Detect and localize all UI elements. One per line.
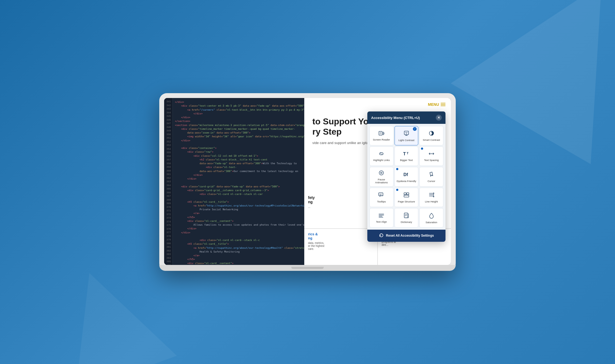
text-align-button[interactable]: Text Align — [369, 208, 393, 228]
bigger-text-button[interactable]: T T Bigger Text — [395, 146, 419, 166]
svg-rect-9 — [404, 193, 406, 195]
bigger-text-icon: T T — [403, 151, 410, 157]
dyslexia-pro-dot — [396, 168, 398, 170]
code-text: </div> <div class="text-center mt-3 mb-5… — [173, 98, 304, 265]
hero-title-line2: ry Step — [312, 127, 341, 136]
svg-point-6 — [379, 171, 383, 175]
cursor-icon — [429, 172, 434, 178]
page-structure-pro-dot — [396, 189, 398, 191]
dyslexia-friendly-button[interactable]: Df Dyslexia Friendly — [395, 167, 419, 187]
menu-label: MENU — [428, 102, 439, 107]
reset-icon — [379, 233, 384, 239]
card-metrics: rics &ng data, metrics,er the highestcar… — [304, 229, 377, 265]
highlight-links-label: Highlight Links — [373, 159, 390, 162]
code-editor: 341342343344345 346347348349350 35135235… — [164, 98, 304, 265]
light-contrast-icon — [403, 130, 410, 137]
card-safety: fetyng ... — [304, 192, 377, 228]
light-contrast-button[interactable]: Light Contrast — [395, 126, 419, 145]
pause-animations-icon — [378, 170, 384, 177]
dictionary-icon — [403, 212, 409, 219]
tooltips-label: Tooltips — [377, 200, 386, 203]
dictionary-label: Dictionary — [401, 220, 412, 223]
card-metrics-text: data, metrics,er the highestcare. — [308, 242, 374, 250]
tooltips-icon — [378, 192, 385, 199]
tooltips-button[interactable]: Tooltips — [369, 188, 393, 207]
page-structure-button[interactable]: Page Structure — [395, 188, 419, 207]
saturation-button[interactable]: Saturation — [419, 208, 443, 228]
laptop-base — [159, 265, 456, 271]
screen-reader-button[interactable]: Screen Reader — [369, 126, 393, 145]
dyslexia-friendly-icon: Df — [403, 172, 410, 178]
line-height-label: Line Height — [425, 200, 438, 203]
cursor-label: Cursor — [427, 180, 435, 183]
accessibility-panel-header: Accessibility Menu (CTRL+U) ✕ — [367, 111, 445, 124]
smart-contrast-button[interactable]: Smart Contrast — [419, 126, 443, 145]
menu-button[interactable]: MENU — [428, 102, 445, 107]
line-height-button[interactable]: Line Height — [419, 188, 443, 207]
svg-text:Df: Df — [403, 172, 408, 177]
highlight-links-icon — [378, 151, 385, 157]
accessibility-close-button[interactable]: ✕ — [436, 115, 442, 121]
page-structure-label: Page Structure — [398, 200, 415, 203]
pause-animations-label: Pause Animations — [371, 178, 392, 184]
reset-accessibility-button[interactable]: Reset All Accessibility Settings — [367, 230, 445, 242]
page-structure-icon — [403, 192, 410, 199]
bigger-text-label: Bigger Text — [400, 159, 413, 162]
text-spacing-icon — [428, 151, 435, 157]
card-metrics-title: rics &ng — [308, 232, 374, 240]
text-spacing-button[interactable]: Text Spacing — [419, 146, 443, 166]
pro-dot — [421, 148, 423, 150]
saturation-icon — [429, 212, 434, 219]
screen-reader-label: Screen Reader — [373, 138, 390, 141]
svg-text:T: T — [403, 152, 406, 156]
pause-animations-button[interactable]: Pause Animations — [369, 167, 393, 187]
svg-text:T: T — [407, 152, 409, 155]
card-safety-text: ... — [308, 205, 374, 208]
screen-bezel: 341342343344345 346347348349350 35135235… — [164, 98, 451, 265]
light-contrast-label: Light Contrast — [398, 139, 414, 142]
hamburger-icon — [441, 103, 445, 106]
saturation-label: Saturation — [426, 221, 437, 224]
line-height-icon — [428, 192, 435, 199]
highlight-links-button[interactable]: Highlight Links — [369, 146, 393, 166]
cursor-button[interactable]: Cursor — [419, 167, 443, 187]
reset-label: Reset All Accessibility Settings — [386, 234, 434, 237]
line-numbers: 341342343344345 346347348349350 35135235… — [164, 98, 173, 265]
card-safety-title: fetyng — [308, 195, 374, 204]
svg-rect-12 — [404, 213, 408, 218]
hero-title-line1: to Support You — [312, 117, 374, 126]
dictionary-button[interactable]: Dictionary — [395, 208, 419, 228]
svg-point-3 — [431, 133, 432, 134]
text-align-icon — [378, 213, 385, 219]
accessibility-panel: Accessibility Menu (CTRL+U) ✕ — [367, 111, 445, 242]
smart-contrast-icon — [429, 130, 434, 137]
laptop-frame: 341342343344345 346347348349350 35135235… — [159, 93, 456, 271]
screen-reader-icon — [378, 131, 385, 137]
close-icon: ✕ — [437, 116, 440, 120]
accessibility-buttons-grid: Screen Reader Light Contrast — [367, 124, 445, 230]
svg-rect-11 — [404, 195, 409, 197]
svg-rect-10 — [407, 193, 409, 195]
smart-contrast-label: Smart Contrast — [423, 138, 440, 141]
accessibility-panel-title: Accessibility Menu (CTRL+U) — [371, 116, 420, 120]
text-align-label: Text Align — [376, 220, 387, 223]
laptop-notch — [291, 267, 324, 269]
svg-rect-1 — [404, 131, 409, 135]
screen-content: 341342343344345 346347348349350 35135235… — [164, 98, 451, 265]
site-header: MENU — [304, 98, 451, 111]
dyslexia-friendly-label: Dyslexia Friendly — [397, 180, 416, 183]
text-spacing-label: Text Spacing — [424, 159, 438, 162]
